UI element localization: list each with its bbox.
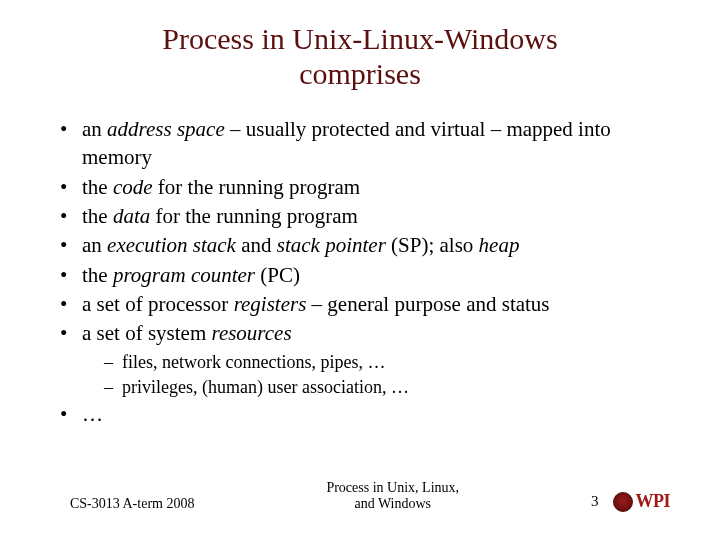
wpi-logo: WPI — [613, 491, 671, 512]
slide-footer: CS-3013 A-term 2008 Process in Unix, Lin… — [0, 480, 720, 512]
list-item: the code for the running program — [68, 173, 670, 201]
title-line-2: comprises — [299, 57, 421, 90]
title-line-1: Process in Unix-Linux-Windows — [162, 22, 557, 55]
footer-left: CS-3013 A-term 2008 — [70, 496, 194, 512]
bullet-list: an address space – usually protected and… — [68, 115, 670, 429]
list-item: a set of processor registers – general p… — [68, 290, 670, 318]
slide: Process in Unix-Linux-Windows comprises … — [0, 0, 720, 540]
slide-content: an address space – usually protected and… — [50, 115, 670, 430]
list-item: an execution stack and stack pointer (SP… — [68, 231, 670, 259]
list-item: a set of system resources files, network… — [68, 319, 670, 399]
sub-list-item: privileges, (human) user association, … — [108, 375, 670, 399]
page-number: 3 — [591, 493, 599, 510]
wpi-logo-text: WPI — [636, 491, 671, 512]
footer-center: Process in Unix, Linux, and Windows — [194, 480, 591, 512]
list-item: … — [68, 400, 670, 428]
list-item: the program counter (PC) — [68, 261, 670, 289]
list-item: an address space – usually protected and… — [68, 115, 670, 172]
slide-title: Process in Unix-Linux-Windows comprises — [50, 22, 670, 91]
sub-list: files, network connections, pipes, … pri… — [82, 350, 670, 400]
wpi-seal-icon — [613, 492, 633, 512]
sub-list-item: files, network connections, pipes, … — [108, 350, 670, 374]
footer-right: 3 WPI — [591, 491, 670, 512]
list-item: the data for the running program — [68, 202, 670, 230]
